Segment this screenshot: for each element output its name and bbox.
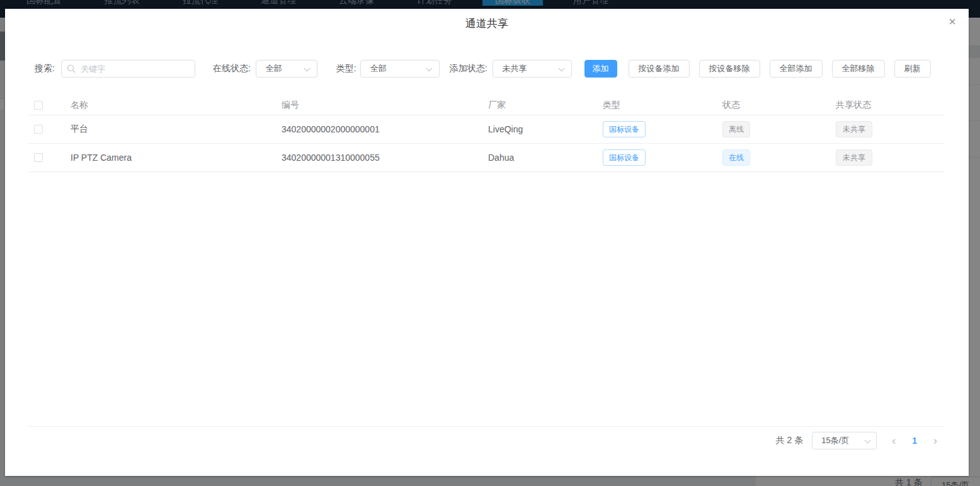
chevron-down-icon bbox=[865, 437, 871, 444]
chevron-down-icon bbox=[426, 66, 432, 72]
row-checkbox-cell bbox=[28, 153, 71, 162]
col-header-vendor: 厂家 bbox=[488, 100, 603, 111]
channel-table: 名称 编号 厂家 类型 状态 共享状态 平台 34020000002000000… bbox=[28, 96, 945, 427]
type-select[interactable]: 全部 bbox=[360, 60, 440, 78]
cell-name: 平台 bbox=[71, 124, 282, 135]
next-page-icon[interactable]: › bbox=[933, 432, 937, 449]
cell-vendor: LiveQing bbox=[488, 124, 603, 134]
select-all-checkbox[interactable] bbox=[34, 101, 43, 110]
cell-type: 国标设备 bbox=[603, 121, 722, 137]
dialog-title: 通道共享 bbox=[5, 9, 969, 31]
page-size-select[interactable]: 15条/页 bbox=[812, 432, 877, 449]
status-tag: 离线 bbox=[722, 121, 750, 137]
search-icon bbox=[67, 64, 76, 75]
online-status-label: 在线状态: bbox=[213, 63, 251, 74]
type-label: 类型: bbox=[336, 63, 356, 74]
remove-all-button[interactable]: 全部移除 bbox=[832, 60, 885, 78]
col-header-share-status: 共享状态 bbox=[836, 100, 945, 111]
pagination: 共 2 条 15条/页 ‹ 1 › bbox=[776, 432, 937, 449]
add-by-device-button[interactable]: 按设备添加 bbox=[629, 60, 690, 78]
total-count: 共 2 条 bbox=[776, 435, 804, 446]
current-page[interactable]: 1 bbox=[912, 436, 917, 446]
cell-number: 34020000001310000055 bbox=[282, 153, 488, 163]
row-checkbox[interactable] bbox=[34, 153, 43, 162]
share-status-tag: 未共享 bbox=[836, 149, 872, 166]
type-tag: 国标设备 bbox=[603, 121, 646, 137]
table-row: 平台 34020000002000000001 LiveQing 国标设备 离线… bbox=[28, 115, 945, 144]
cell-status: 离线 bbox=[722, 121, 836, 137]
chevron-down-icon bbox=[558, 66, 564, 72]
row-checkbox-cell bbox=[28, 125, 71, 134]
col-header-type: 类型 bbox=[603, 100, 722, 111]
search-box bbox=[61, 60, 195, 78]
share-status-tag: 未共享 bbox=[836, 121, 872, 137]
col-header-number: 编号 bbox=[282, 100, 488, 111]
cell-number: 34020000002000000001 bbox=[282, 124, 488, 134]
add-button[interactable]: 添加 bbox=[584, 60, 617, 78]
table-row: IP PTZ Camera 34020000001310000055 Dahua… bbox=[28, 144, 945, 172]
table-body: 平台 34020000002000000001 LiveQing 国标设备 离线… bbox=[28, 115, 945, 172]
add-all-button[interactable]: 全部添加 bbox=[770, 60, 823, 78]
filter-bar: 搜索: 在线状态: 全部 类型: 全部 添加状态: 未共享 添加 按设备 bbox=[5, 60, 969, 78]
add-status-label: 添加状态: bbox=[450, 63, 487, 74]
cell-share-status: 未共享 bbox=[836, 149, 945, 166]
chevron-down-icon bbox=[304, 66, 310, 72]
close-icon[interactable]: × bbox=[949, 15, 956, 28]
status-tag: 在线 bbox=[722, 149, 750, 166]
channel-share-dialog: 通道共享 × 搜索: 在线状态: 全部 类型: 全部 添加状态: 未共享 bbox=[5, 9, 969, 476]
add-status-value: 未共享 bbox=[503, 64, 527, 73]
col-header-status: 状态 bbox=[722, 100, 836, 111]
row-checkbox[interactable] bbox=[34, 125, 43, 134]
search-input[interactable] bbox=[61, 60, 195, 78]
type-tag: 国标设备 bbox=[603, 149, 646, 166]
cell-name: IP PTZ Camera bbox=[71, 153, 282, 163]
search-label: 搜索: bbox=[35, 63, 55, 74]
header-checkbox-cell bbox=[28, 101, 71, 110]
cell-vendor: Dahua bbox=[488, 153, 603, 163]
remove-by-device-button[interactable]: 按设备移除 bbox=[699, 60, 760, 78]
prev-page-icon[interactable]: ‹ bbox=[892, 432, 896, 449]
add-status-select[interactable]: 未共享 bbox=[493, 60, 572, 78]
col-header-name: 名称 bbox=[71, 100, 282, 111]
cell-status: 在线 bbox=[722, 149, 836, 166]
type-value: 全部 bbox=[370, 64, 387, 73]
online-status-select[interactable]: 全部 bbox=[256, 60, 317, 78]
cell-share-status: 未共享 bbox=[836, 121, 945, 137]
table-header-row: 名称 编号 厂家 类型 状态 共享状态 bbox=[28, 96, 945, 115]
online-status-value: 全部 bbox=[266, 64, 282, 73]
refresh-button[interactable]: 刷新 bbox=[894, 60, 931, 78]
cell-type: 国标设备 bbox=[603, 149, 722, 166]
page-size-value: 15条/页 bbox=[821, 436, 849, 445]
